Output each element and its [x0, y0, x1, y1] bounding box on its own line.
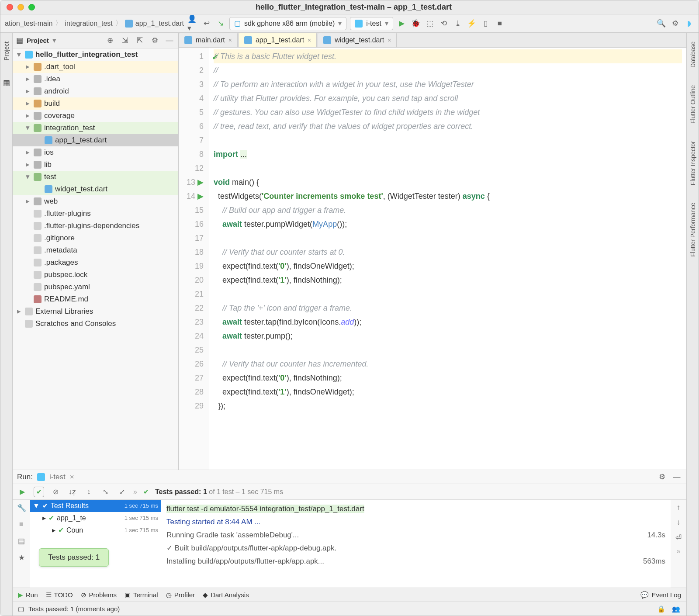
run-tab[interactable]: ▶Run — [18, 591, 38, 599]
debug-icon[interactable]: 🐞 — [411, 18, 421, 29]
tree-item[interactable]: ▸.dart_tool — [13, 61, 178, 73]
flutter-performance-tab[interactable]: Flutter Performance — [689, 203, 696, 257]
back-icon[interactable]: ↩ — [201, 18, 212, 29]
profiler-tab[interactable]: ◷ Profiler — [166, 591, 195, 599]
flash-icon[interactable]: ⚡ — [467, 18, 477, 29]
locate-icon[interactable]: ⊕ — [105, 35, 115, 46]
flutter-outline-tab[interactable]: Flutter Outline — [689, 85, 696, 124]
folder-icon: ▤ — [16, 36, 23, 45]
tree-item[interactable]: .flutter-plugins-dependencies — [13, 220, 178, 232]
tree-item[interactable]: ▸.idea — [13, 73, 178, 85]
bottom-status: ▢ Tests passed: 1 (moments ago) 🔒 👥 — [13, 602, 686, 616]
sort-icon[interactable]: ↓ẓ — [67, 487, 77, 497]
test-tree[interactable]: ▼✔Test Results1 sec 715 ms▸✔app_1_te1 se… — [30, 500, 161, 588]
hide-icon[interactable]: — — [671, 472, 682, 482]
zoom-window-icon[interactable] — [28, 4, 35, 10]
dart-file-icon — [244, 36, 252, 44]
tree-item[interactable]: pubspec.lock — [13, 269, 178, 281]
stop-icon[interactable]: ■ — [16, 519, 27, 529]
expand-all-icon[interactable]: ⤡ — [100, 487, 111, 497]
search-icon[interactable]: 🔍 — [656, 18, 666, 29]
stop-icon[interactable]: ■ — [495, 18, 505, 29]
minimize-window-icon[interactable] — [17, 4, 24, 10]
layout-icon[interactable]: ▤ — [16, 536, 27, 546]
tree-item[interactable]: README.md — [13, 293, 178, 305]
device-selector[interactable]: ▢ sdk gphone x86 arm (mobile) ▾ — [229, 17, 346, 30]
hot-reload-icon[interactable]: ⟲ — [439, 18, 449, 29]
gutter[interactable]: ✔ 123456781213 ▶14 ▶15161718192021222324… — [179, 48, 209, 470]
run-config-selector[interactable]: i-test ▾ — [350, 17, 393, 30]
terminal-tab[interactable]: ▣ Terminal — [125, 591, 158, 599]
sort-icon-2[interactable]: ↕ — [83, 487, 94, 497]
tree-item[interactable]: ▸lib — [13, 159, 178, 171]
editor-tab[interactable]: app_1_test.dart× — [239, 32, 317, 47]
tree-item[interactable]: ▾hello_flutter_integration_test — [13, 48, 178, 61]
test-tree-item[interactable]: ▸✔Coun1 sec 715 ms — [30, 524, 161, 536]
todo-tab[interactable]: ☰ TODO — [46, 591, 73, 599]
close-icon[interactable]: × — [388, 37, 391, 44]
user-icon[interactable]: 👤▾ — [187, 18, 198, 29]
close-icon[interactable]: × — [228, 37, 232, 44]
rerun-icon[interactable]: ▶ — [17, 487, 28, 497]
test-tree-item[interactable]: ▼✔Test Results1 sec 715 ms — [30, 500, 161, 512]
project-tab[interactable]: Project — [3, 42, 10, 61]
expand-icon[interactable]: ⇲ — [120, 35, 130, 46]
run-icon[interactable]: ▶ — [397, 18, 407, 29]
tree-item[interactable]: .metadata — [13, 244, 178, 256]
event-log[interactable]: 💬 Event Log — [640, 591, 681, 599]
down-arrow-icon[interactable]: ↓ — [673, 517, 684, 528]
wrench-icon[interactable]: 🔧 — [16, 502, 27, 513]
flutter-inspector-tab[interactable]: Flutter Inspector — [689, 141, 696, 185]
tree-item[interactable]: widget_test.dart — [13, 183, 178, 195]
tree-item[interactable]: ▸External Libraries — [13, 305, 178, 318]
gear-icon[interactable]: ⚙ — [149, 35, 160, 46]
test-tree-item[interactable]: ▸✔app_1_te1 sec 715 ms — [30, 512, 161, 524]
tree-item[interactable]: ▸web — [13, 195, 178, 208]
tree-item[interactable]: ▸android — [13, 85, 178, 97]
gear-icon[interactable]: ⚙ — [670, 18, 680, 29]
tree-item[interactable]: .packages — [13, 256, 178, 269]
tree-item[interactable]: ▾test — [13, 171, 178, 183]
lock-icon[interactable]: 🔒 — [656, 604, 666, 614]
inspection-check-icon[interactable]: ✔ — [212, 50, 218, 64]
status-square-icon[interactable]: ▢ — [18, 605, 24, 613]
tree-item[interactable]: app_1_test.dart — [13, 134, 178, 146]
database-tab[interactable]: Database — [689, 42, 696, 68]
gear-icon[interactable]: ⚙ — [657, 472, 667, 482]
folder-icon[interactable]: ▦ — [3, 78, 10, 87]
hammer-icon[interactable]: ↘ — [215, 18, 226, 29]
project-tree[interactable]: ▾hello_flutter_integration_test▸.dart_to… — [13, 48, 178, 470]
device-icon[interactable]: ▯ — [481, 18, 491, 29]
wrap-icon[interactable]: ⏎ — [673, 532, 684, 543]
collapse-icon[interactable]: ⇱ — [135, 35, 145, 46]
close-icon[interactable]: × — [308, 37, 311, 44]
close-window-icon[interactable] — [7, 4, 13, 10]
tree-item[interactable]: ▸ios — [13, 146, 178, 159]
editor-tab[interactable]: main.dart× — [179, 32, 238, 47]
show-passed-icon[interactable]: ✔ — [34, 487, 44, 497]
code-editor[interactable]: // This is a basic Flutter widget test./… — [209, 48, 686, 470]
problems-tab[interactable]: ⊘ Problems — [81, 591, 117, 599]
tree-item[interactable]: ▸build — [13, 97, 178, 110]
star-icon[interactable]: ★ — [16, 552, 27, 563]
attach-icon[interactable]: ⤓ — [453, 18, 463, 29]
show-ignored-icon[interactable]: ⊘ — [50, 487, 61, 497]
tree-item[interactable]: pubspec.yaml — [13, 281, 178, 293]
hide-icon[interactable]: — — [164, 35, 175, 46]
tree-item[interactable]: .flutter-plugins — [13, 208, 178, 220]
tree-item[interactable]: ▸coverage — [13, 110, 178, 122]
run-output[interactable]: flutter test -d emulator-5554 integratio… — [161, 500, 671, 588]
coverage-icon[interactable]: ⬚ — [425, 18, 435, 29]
tree-item[interactable]: Scratches and Consoles — [13, 318, 178, 330]
collapse-all-icon[interactable]: ⤢ — [117, 487, 127, 497]
editor-tab[interactable]: widget_test.dart× — [318, 32, 397, 47]
tree-item[interactable]: .gitignore — [13, 232, 178, 244]
tests-passed-popup: Tests passed: 1 — [39, 548, 109, 567]
tree-item[interactable]: ▾integration_test — [13, 122, 178, 134]
breadcrumb[interactable]: ation_test-main〉 integration_test〉 app_1… — [5, 19, 184, 28]
dart-analysis-tab[interactable]: ◆ Dart Analysis — [203, 591, 249, 599]
flutter-logo-icon[interactable]: ◗ — [684, 18, 694, 29]
up-arrow-icon[interactable]: ↑ — [673, 502, 684, 513]
people-icon[interactable]: 👥 — [671, 604, 681, 614]
statusbar: ▶Run ☰ TODO ⊘ Problems ▣ Terminal ◷ Prof… — [13, 588, 686, 602]
